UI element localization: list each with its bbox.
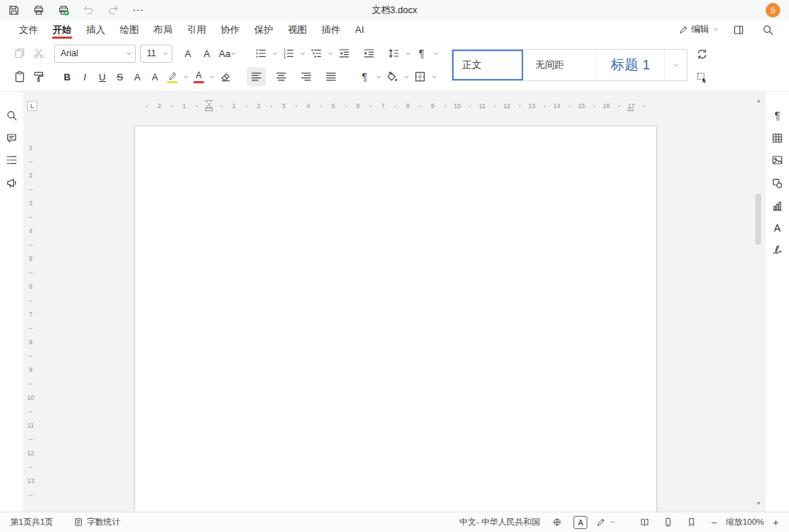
- grow-font-button[interactable]: A: [178, 44, 197, 63]
- scroll-down-arrow[interactable]: ▼: [753, 501, 764, 506]
- redo-icon[interactable]: [105, 2, 121, 18]
- multilevel-list-dropdown[interactable]: [326, 44, 335, 63]
- paste-icon[interactable]: [10, 67, 29, 86]
- style-sync-icon[interactable]: [693, 45, 712, 64]
- save-icon[interactable]: [6, 2, 22, 18]
- copy-icon[interactable]: [10, 44, 29, 63]
- numbered-list-icon[interactable]: [279, 44, 298, 63]
- zoom-out-button[interactable]: −: [711, 517, 717, 528]
- tab-file[interactable]: 文件: [12, 20, 45, 39]
- mobile-view-icon[interactable]: [660, 514, 676, 531]
- line-spacing-icon[interactable]: [384, 44, 403, 63]
- highlight-color-button[interactable]: [164, 67, 181, 86]
- style-no-spacing[interactable]: 无间距: [523, 50, 596, 80]
- tab-view[interactable]: 视图: [281, 20, 314, 39]
- scrollbar-thumb[interactable]: [755, 194, 761, 245]
- text-direction-icon[interactable]: ¶: [412, 44, 431, 63]
- italic-button[interactable]: I: [76, 67, 94, 86]
- font-name-select[interactable]: Arial: [54, 45, 136, 63]
- word-count-button[interactable]: 字数统计: [74, 517, 121, 528]
- font-size-select[interactable]: 11: [140, 45, 172, 63]
- strikethrough-button[interactable]: S: [111, 67, 129, 86]
- document-page[interactable]: [134, 126, 657, 512]
- borders-icon[interactable]: [411, 67, 430, 86]
- print-preview-icon[interactable]: [56, 2, 72, 18]
- style-body-text[interactable]: 正文: [452, 50, 523, 80]
- line-spacing-dropdown[interactable]: [403, 44, 412, 63]
- multilevel-list-icon[interactable]: [307, 44, 326, 63]
- shapes-tool-icon[interactable]: [768, 174, 787, 193]
- superscript-button[interactable]: A: [129, 67, 146, 86]
- highlight-color-dropdown[interactable]: [181, 67, 190, 86]
- ruler-tick: [29, 467, 33, 468]
- globe-icon[interactable]: [549, 514, 565, 531]
- text-direction-dropdown[interactable]: [431, 44, 440, 63]
- tab-collaborate[interactable]: 协作: [213, 20, 247, 39]
- zoom-in-button[interactable]: +: [773, 517, 779, 528]
- selection-tool-icon[interactable]: [693, 68, 712, 87]
- vertical-scrollbar[interactable]: ▲ ▼: [753, 92, 764, 512]
- read-mode-icon[interactable]: [636, 514, 652, 531]
- comment-icon[interactable]: [2, 129, 21, 148]
- tab-draw[interactable]: 绘图: [113, 20, 146, 39]
- announce-icon[interactable]: [2, 173, 21, 192]
- zoom-level-label[interactable]: 缩放100%: [725, 517, 763, 528]
- numbered-list-dropdown[interactable]: [298, 44, 307, 63]
- align-right-icon[interactable]: [297, 67, 316, 86]
- shrink-font-button[interactable]: A: [197, 44, 216, 63]
- change-case-button[interactable]: Aa: [216, 44, 240, 63]
- style-gallery-expand[interactable]: [664, 50, 687, 80]
- search-icon[interactable]: [758, 20, 777, 39]
- vertical-ruler[interactable]: 12345678910111213: [23, 92, 38, 512]
- decrease-indent-icon[interactable]: [335, 44, 354, 63]
- language-selector[interactable]: 中文- 中华人民共和国: [460, 517, 541, 528]
- cut-icon[interactable]: [29, 44, 48, 63]
- side-panel-toggle-icon[interactable]: [729, 20, 748, 39]
- subscript-button[interactable]: A: [146, 67, 164, 86]
- tab-references[interactable]: 引用: [180, 20, 213, 39]
- align-left-icon[interactable]: [247, 67, 266, 86]
- horizontal-ruler[interactable]: 211234567891011121314151617: [134, 100, 657, 112]
- tab-plugins[interactable]: 插件: [314, 20, 348, 39]
- edit-mode-button[interactable]: 编辑: [679, 23, 719, 36]
- image-tool-icon[interactable]: [768, 151, 787, 170]
- page-indicator[interactable]: 第1页共1页: [10, 517, 53, 528]
- scroll-up-arrow[interactable]: ▲: [753, 98, 764, 103]
- chart-tool-icon[interactable]: [768, 197, 787, 216]
- tab-protect[interactable]: 保护: [247, 20, 281, 39]
- navigation-pane-icon[interactable]: [2, 151, 21, 170]
- shading-icon[interactable]: [383, 67, 402, 86]
- bullet-list-icon[interactable]: [251, 44, 270, 63]
- shading-dropdown[interactable]: [402, 67, 411, 86]
- style-heading-1[interactable]: 标题 1: [596, 50, 664, 80]
- print-icon[interactable]: [31, 2, 47, 18]
- align-justify-icon[interactable]: [321, 67, 340, 86]
- show-marks-dropdown[interactable]: [374, 67, 383, 86]
- signature-tool-icon[interactable]: [768, 240, 787, 259]
- paragraph-tool-icon[interactable]: ¶: [768, 106, 787, 125]
- format-painter-icon[interactable]: [29, 67, 48, 86]
- user-avatar[interactable]: S: [766, 3, 780, 18]
- show-marks-icon[interactable]: ¶: [355, 67, 374, 86]
- tab-layout[interactable]: 布局: [146, 20, 180, 39]
- bookmark-view-icon[interactable]: [683, 514, 699, 531]
- font-color-dropdown[interactable]: [207, 67, 216, 86]
- tab-home[interactable]: 开始: [45, 20, 79, 39]
- ink-tool-button[interactable]: [596, 517, 616, 527]
- increase-indent-icon[interactable]: [359, 44, 378, 63]
- clear-formatting-icon[interactable]: [216, 67, 235, 86]
- find-replace-icon[interactable]: [2, 106, 21, 125]
- underline-button[interactable]: U: [94, 67, 111, 86]
- spellcheck-toggle[interactable]: A: [573, 516, 587, 529]
- align-center-icon[interactable]: [272, 67, 291, 86]
- more-commands-icon[interactable]: ⋯: [130, 2, 146, 18]
- undo-icon[interactable]: [80, 2, 96, 18]
- wordart-tool-icon[interactable]: A: [768, 218, 787, 238]
- tab-ai[interactable]: AI: [348, 20, 371, 39]
- tab-insert[interactable]: 插入: [79, 20, 113, 39]
- bold-button[interactable]: B: [58, 67, 76, 86]
- bullet-list-dropdown[interactable]: [270, 44, 279, 63]
- font-color-button[interactable]: A: [190, 67, 207, 86]
- table-tool-icon[interactable]: [768, 129, 787, 148]
- borders-dropdown[interactable]: [430, 67, 438, 86]
